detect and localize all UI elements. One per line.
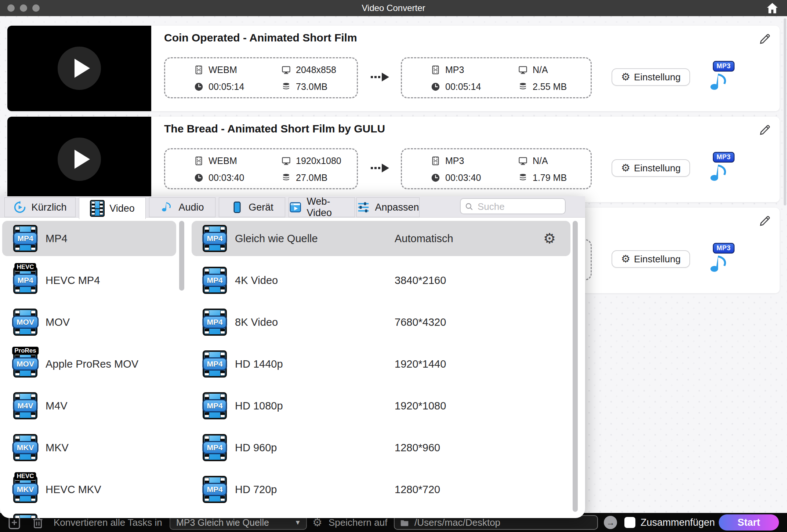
video-format-icon: MOV: [13, 309, 37, 336]
task-title: Coin Operated - Animated Short Film: [164, 32, 357, 44]
tab-video[interactable]: Video: [79, 197, 146, 219]
clock-icon: [194, 173, 204, 183]
video-converter-window: Coin Operated - Animated Short Film WEBM…: [0, 0, 787, 532]
settings-button[interactable]: ⚙Einstellung: [612, 68, 690, 86]
history-icon: [13, 201, 26, 214]
output-duration: 00:03:40: [445, 172, 481, 183]
film-icon: [194, 65, 204, 75]
clock-icon: [194, 82, 204, 92]
music-note-icon: [708, 161, 731, 186]
format-item-m4v[interactable]: M4V M4V: [2, 388, 176, 423]
film-icon: [431, 156, 440, 166]
video-format-icon: MP4: [203, 434, 227, 461]
title-bar: Video Converter: [0, 0, 787, 16]
output-format-icon[interactable]: MP3: [708, 61, 739, 95]
format-item-prores-mov[interactable]: ProResMOV Apple ProRes MOV: [2, 346, 176, 382]
output-format: MP3: [445, 65, 464, 75]
preset-gear-icon[interactable]: ⚙: [543, 221, 556, 256]
filesize-icon: [281, 173, 291, 183]
play-icon[interactable]: [58, 47, 101, 90]
video-format-icon: MP4: [203, 476, 227, 503]
output-size: 2.55 MB: [533, 81, 567, 92]
format-item-mp4[interactable]: MP4 MP4: [2, 221, 176, 256]
open-folder-button[interactable]: →: [604, 516, 617, 529]
search-icon: [464, 202, 474, 211]
music-note-icon: [708, 70, 731, 95]
format-list-scrollbar[interactable]: [179, 221, 184, 291]
tab-geraet[interactable]: Gerät: [219, 197, 285, 217]
convert-arrow-icon: [371, 73, 393, 81]
preset-item-8k[interactable]: MP4 8K Video 7680*4320: [192, 305, 570, 340]
merge-checkbox[interactable]: [624, 517, 635, 528]
play-icon[interactable]: [58, 138, 101, 181]
monitor-icon: [281, 65, 291, 75]
video-format-icon: MP4: [203, 350, 227, 378]
output-info-box: MP3 N/A 00:03:40 1.79 MB: [401, 148, 592, 189]
tab-anpassen[interactable]: Anpassen: [356, 197, 420, 217]
output-duration: 00:05:14: [445, 81, 481, 92]
monitor-icon: [281, 156, 291, 166]
source-size: 73.0MB: [296, 81, 327, 92]
output-format-icon[interactable]: MP3: [708, 243, 739, 277]
settings-button[interactable]: ⚙Einstellung: [612, 159, 690, 177]
gear-icon: ⚙: [621, 163, 630, 173]
format-item-mkv[interactable]: MKV MKV: [2, 430, 176, 465]
window-scrollbar[interactable]: [784, 18, 786, 205]
panel-tab-bar: Kürzlich Video Audio Gerät Web-Video Anp…: [0, 196, 585, 218]
task-title: The Bread - Animated Short Film by GULU: [164, 123, 385, 135]
output-format-icon[interactable]: MP3: [708, 152, 739, 186]
merge-label: Zusammenfügen: [641, 513, 715, 532]
folder-icon: [400, 518, 409, 528]
source-resolution: 2048x858: [296, 65, 336, 75]
video-format-icon: HEVCMP4: [13, 267, 37, 294]
source-duration: 00:03:40: [208, 172, 244, 183]
source-duration: 00:05:14: [208, 81, 244, 92]
format-item-mov[interactable]: MOV MOV: [2, 305, 176, 340]
monitor-icon: [518, 65, 528, 75]
preset-item-hd1440[interactable]: MP4 HD 1440p 1920*1440: [192, 346, 570, 382]
output-size: 1.79 MB: [533, 172, 567, 183]
preset-item-4k[interactable]: MP4 4K Video 3840*2160: [192, 263, 570, 298]
gear-icon: ⚙: [621, 254, 630, 264]
format-picker-panel: Kürzlich Video Audio Gerät Web-Video Anp…: [0, 196, 585, 518]
video-thumbnail[interactable]: [7, 26, 151, 111]
tab-kuerzlich[interactable]: Kürzlich: [4, 197, 76, 217]
edit-name-icon[interactable]: [758, 214, 772, 227]
video-format-icon: M4V: [13, 392, 37, 419]
window-title: Video Converter: [0, 0, 787, 16]
preset-item-hd960[interactable]: MP4 HD 960p 1280*960: [192, 430, 570, 465]
preset-item-hd1080[interactable]: MP4 HD 1080p 1920*1080: [192, 388, 570, 423]
video-format-icon: MP4: [203, 309, 227, 336]
source-format: WEBM: [208, 65, 237, 75]
video-format-icon: MP4: [203, 225, 227, 252]
tab-audio[interactable]: Audio: [149, 197, 215, 217]
filesize-icon: [281, 82, 291, 92]
preset-list-scrollbar[interactable]: [573, 221, 578, 512]
output-info-box: MP3 N/A 00:05:14 2.55 MB: [401, 57, 592, 98]
format-icon-partial[interactable]: [13, 514, 37, 518]
edit-name-icon[interactable]: [758, 32, 772, 45]
clock-icon: [431, 82, 440, 92]
video-format-icon: MP4: [13, 225, 37, 252]
preset-item-hd720[interactable]: MP4 HD 720p 1280*720: [192, 472, 570, 507]
video-format-icon: ProResMOV: [13, 350, 37, 378]
home-icon[interactable]: [766, 1, 779, 15]
task-card: Coin Operated - Animated Short Film WEBM…: [7, 26, 780, 111]
sliders-icon: [357, 201, 370, 214]
format-item-hevc-mkv[interactable]: HEVCMKV HEVC MKV: [2, 472, 176, 507]
film-icon: [431, 65, 440, 75]
source-resolution: 1920x1080: [296, 156, 341, 166]
search-input[interactable]: [477, 200, 563, 214]
task-card: The Bread - Animated Short Film by GULU …: [7, 117, 780, 202]
tab-web-video[interactable]: Web-Video: [289, 197, 355, 217]
convert-arrow-icon: [371, 164, 393, 172]
format-item-hevc-mp4[interactable]: HEVCMP4 HEVC MP4: [2, 263, 176, 298]
video-thumbnail[interactable]: [7, 117, 151, 202]
source-info-box: WEBM 1920x1080 00:03:40 27.0MB: [164, 148, 358, 189]
settings-button[interactable]: ⚙Einstellung: [612, 250, 690, 268]
edit-name-icon[interactable]: [758, 123, 772, 136]
start-button[interactable]: Start: [719, 514, 779, 531]
film-icon: [194, 156, 204, 166]
preset-item-gleich-wie-quelle[interactable]: MP4 Gleich wie Quelle Automatisch ⚙: [192, 221, 570, 256]
source-size: 27.0MB: [296, 172, 327, 183]
